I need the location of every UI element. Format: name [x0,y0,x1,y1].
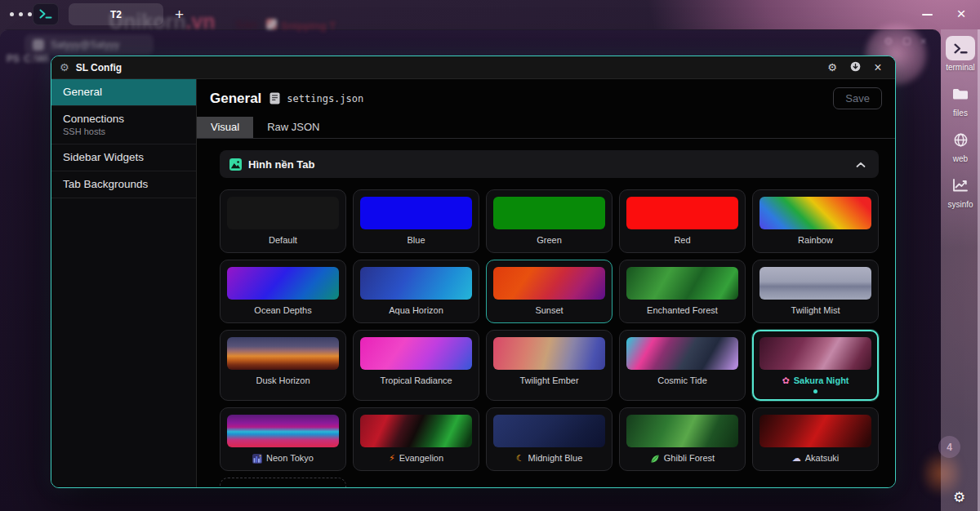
background-card-aqua-horizon[interactable]: Aqua Horizon [353,260,479,323]
background-label: Dusk Horizon [227,375,339,386]
tabbar: VisualRaw JSON [197,117,895,139]
moon-icon: ☾ [516,454,524,463]
dialog-title: SL Config [76,62,122,73]
background-card-twilight-mist[interactable]: Twilight Mist [752,260,879,323]
background-card-tropical-radiance[interactable]: Tropical Radiance [353,330,479,401]
snipping-tool-icon [266,19,277,29]
sidebar-item-terminal[interactable]: terminal [941,36,980,72]
dialog-settings-button[interactable]: ⚙ [823,59,841,77]
background-card-sakura-night[interactable]: ✿Sakura Night [752,330,879,401]
sidebar-item-label: terminal [946,63,975,72]
tab-raw-json[interactable]: Raw JSON [253,117,333,138]
sidebar-item-files[interactable]: files [941,82,980,118]
background-swatch [227,337,339,370]
background-swatch [760,197,871,229]
gear-icon: ⚙ [953,490,965,505]
window-menu-dots[interactable] [10,12,32,16]
sidebar-item-label: sysinfo [947,200,973,209]
minimize-button[interactable] [915,7,939,23]
background-card-ocean-depths[interactable]: Ocean Depths [220,260,346,323]
leaf-icon [650,454,660,464]
background-label: Sunset [493,305,605,316]
background-card-enchanted-forest[interactable]: Enchanted Forest [619,260,746,323]
titlebar: Unikorn.vn Sản Snipping T T2 + × [0,0,980,29]
nav-sublabel: SSH hosts [63,127,185,136]
background-card-dusk-horizon[interactable]: Dusk Horizon [220,330,346,401]
background-label: Aqua Horizon [360,305,472,316]
tab-t2[interactable]: T2 [69,3,163,25]
add-background-button[interactable]: + [220,478,346,487]
dialog-nav-general[interactable]: General [51,79,196,106]
tab-background-section-header[interactable]: Hình nền Tab [220,150,879,178]
background-text: Snipping T [281,20,336,32]
right-sidebar: terminalfileswebsysinfo⚙ [941,29,980,511]
settings-gear-button[interactable]: ⚙ [941,491,978,504]
sidebar-item-label: web [953,154,968,163]
chart-icon [946,173,975,198]
dialog-titlebar: ⚙ SL Config ⚙ × [51,56,895,79]
background-card-akatsuki[interactable]: ☁Akatsuki [752,407,879,471]
background-label: Cosmic Tide [626,375,738,386]
new-terminal-button[interactable] [33,3,59,25]
background-card-red[interactable]: Red [619,189,746,253]
terminal-prompt-icon [39,7,52,22]
background-swatch [360,337,472,370]
flower-icon: ✿ [782,376,789,385]
terminal-tab-title: Satyyy@Satyyy [51,39,119,51]
background-card-default[interactable]: Default [220,189,346,253]
sidebar-item-sysinfo[interactable]: sysinfo [941,173,980,209]
background-card-sunset[interactable]: Sunset [486,260,612,323]
background-swatch [626,267,738,300]
background-card-blue[interactable]: Blue [353,189,479,253]
background-swatch [760,415,871,447]
background-card-green[interactable]: Green [486,189,612,253]
section-title: Hình nền Tab [248,158,314,171]
background-card-cosmic-tide[interactable]: Cosmic Tide [619,330,746,401]
background-label: ⚡Evangelion [360,453,472,464]
dialog-sidebar: GeneralConnectionsSSH hostsSidebar Widge… [51,79,197,487]
background-card-rainbow[interactable]: Rainbow [752,189,879,253]
background-label: Rainbow [760,235,871,246]
save-button[interactable]: Save [833,87,882,109]
document-icon [270,92,280,104]
content-area: Hình nền Tab DefaultBlueGreenRedRainbowO… [197,139,895,487]
dialog-nav-tab-backgrounds[interactable]: Tab Backgrounds [51,171,196,198]
dialog-nav-sidebar-widgets[interactable]: Sidebar Widgets [51,144,196,171]
background-swatch [626,337,738,370]
background-swatch [493,197,605,229]
background-swatch [760,337,871,370]
background-label: ☁Akatsuki [760,453,871,464]
background-label: Red [626,235,738,246]
tab-visual[interactable]: Visual [197,117,253,138]
sidebar-item-web[interactable]: web [941,127,980,163]
cloud-icon: ☁ [792,454,801,463]
picture-icon [229,158,242,171]
background-swatch [493,267,605,300]
background-swatch [360,197,472,229]
dialog-nav-connections[interactable]: ConnectionsSSH hosts [51,106,196,144]
dialog-close-button[interactable]: × [869,59,887,77]
background-label: Default [227,235,339,246]
background-card-evangelion[interactable]: ⚡Evangelion [353,407,479,471]
background-terminal-tab[interactable]: Satyyy@Satyyy [24,34,154,55]
background-card-ghibli-forest[interactable]: Ghibli Forest [619,407,746,471]
nav-label: General [63,86,185,98]
background-label: Ghibli Forest [626,453,738,464]
close-window-button[interactable]: × [949,2,973,25]
background-grid: DefaultBlueGreenRedRainbowOcean DepthsAq… [220,189,879,487]
background-swatch [626,197,738,229]
terminal-icon [946,36,975,60]
background-card-midnight-blue[interactable]: ☾Midnight Blue [486,407,612,471]
background-card-twilight-ember[interactable]: Twilight Ember [486,330,612,401]
page-title: General [210,91,261,107]
background-card-neon-tokyo[interactable]: Neon Tokyo [220,407,346,471]
chevron-up-icon [856,157,866,171]
gear-icon: ⚙ [60,62,69,73]
background-label: Ocean Depths [227,305,339,316]
collapse-section-button[interactable] [853,153,869,175]
dialog-update-button[interactable] [846,59,864,77]
background-label: Twilight Ember [493,375,605,386]
desktop: Satyyy@Satyyy ⚙ × PS C:\Wi 4 Unikorn.vn … [0,0,980,511]
terminal-prompt: PS C:\Wi [7,53,49,64]
background-label: Blue [360,235,472,246]
